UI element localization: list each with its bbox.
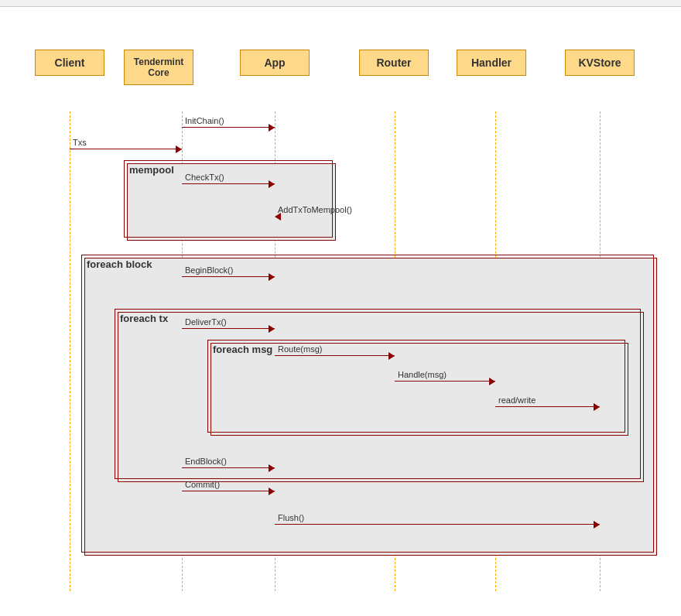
arrow-10 — [182, 491, 275, 491]
arrow-6 — [275, 355, 395, 356]
lifeline-client — [70, 111, 70, 591]
frame-label-3: foreach msg — [213, 344, 272, 355]
arrow-4 — [182, 276, 275, 277]
frame-label-0: mempool — [129, 164, 174, 176]
arrow-label-2: CheckTx() — [185, 173, 224, 182]
actor-router: Router — [359, 50, 429, 76]
frame-label-1: foreach block — [87, 258, 152, 270]
arrow-0 — [182, 127, 275, 128]
arrow-label-6: Route(msg) — [278, 344, 322, 354]
arrow-label-0: InitChain() — [185, 116, 224, 125]
arrow-label-7: Handle(msg) — [398, 370, 447, 379]
frame-3: foreach msg — [207, 340, 625, 433]
arrow-label-3: AddTxToMempool() — [278, 205, 352, 214]
arrow-5 — [182, 328, 275, 329]
arrow-label-4: BeginBlock() — [185, 265, 233, 275]
arrow-label-11: Flush() — [278, 513, 304, 522]
arrow-label-5: DeliverTx() — [185, 317, 227, 327]
arrow-2 — [182, 183, 275, 184]
actor-kvstore: KVStore — [565, 50, 635, 76]
arrow-7 — [395, 381, 495, 382]
frame-label-2: foreach tx — [120, 313, 168, 324]
actor-handler: Handler — [457, 50, 526, 76]
arrow-8 — [495, 406, 600, 407]
arrow-label-9: EndBlock() — [185, 457, 227, 466]
arrow-9 — [182, 467, 275, 468]
arrow-11 — [275, 524, 600, 525]
actor-app: App — [240, 50, 310, 76]
arrow-label-10: Commit() — [185, 480, 220, 489]
arrow-1 — [70, 149, 182, 149]
arrow-label-1: Txs — [73, 138, 87, 147]
actor-tendermint: Tendermint Core — [124, 50, 193, 85]
frame-0: mempool — [124, 160, 333, 238]
actor-client: Client — [35, 50, 104, 76]
diagram-container: ClientTendermint CoreAppRouterHandlerKVS… — [0, 7, 681, 595]
tab-bar — [0, 0, 681, 7]
arrow-label-8: read/write — [498, 395, 536, 405]
